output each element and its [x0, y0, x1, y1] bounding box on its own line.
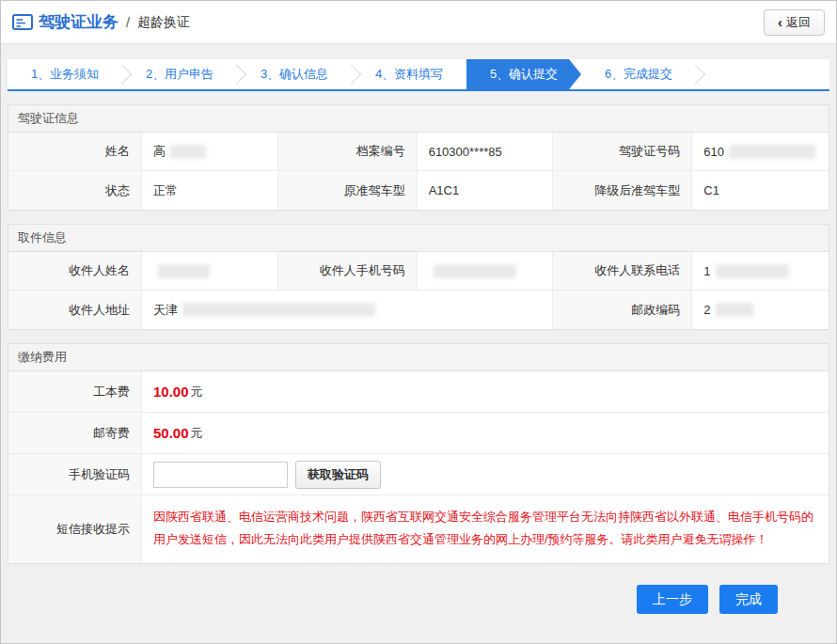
recipient-address-text: 天津 [153, 302, 178, 319]
orig-class-value: A1C1 [418, 171, 554, 210]
step-label: 3、确认信息 [261, 66, 328, 83]
redacted-text [158, 264, 210, 278]
license-no-value: 610 [692, 133, 829, 171]
step-label: 6、完成提交 [605, 66, 672, 83]
recipient-name-value [142, 252, 278, 291]
step-tab-confirm-info[interactable]: 3、确认信息 [237, 59, 352, 89]
recipient-phone-label: 收件人联系电话 [553, 252, 692, 291]
license-service-icon [12, 14, 33, 30]
fees-table: 工本费 10.00 元 邮寄费 50.00 元 手机验证码 获取验证码 短信接收… [8, 371, 829, 563]
topbar: 驾驶证业务 / 超龄换证 ‹ 返回 [1, 1, 836, 44]
step-separator-icon [686, 64, 705, 84]
license-no-text: 610 [703, 145, 724, 159]
sms-notice-label: 短信接收提示 [8, 495, 142, 563]
license-no-label: 驾驶证号码 [553, 133, 692, 171]
pickup-info-table: 收件人姓名 收件人手机号码 收件人联系电话 1 收件人地址 天津 邮政编码 2 [8, 252, 829, 329]
name-text: 高 [153, 143, 166, 160]
postage-fee-unit: 元 [191, 425, 203, 442]
postcode-value: 2 [692, 291, 829, 329]
redacted-text [170, 145, 206, 159]
step-label: 5、确认提交 [490, 66, 558, 83]
step-tab-business-notice[interactable]: 1、业务须知 [8, 59, 122, 89]
step-tab-fill-materials[interactable]: 4、资料填写 [352, 59, 466, 89]
page-subtitle: 超龄换证 [137, 14, 190, 31]
recipient-mobile-label: 收件人手机号码 [278, 252, 418, 291]
step-tab-finish-submit[interactable]: 6、完成提交 [581, 59, 696, 89]
postcode-label: 邮政编码 [553, 291, 692, 329]
recipient-phone-text: 1 [703, 264, 710, 278]
fees-section: 缴纳费用 工本费 10.00 元 邮寄费 50.00 元 手机验证码 获取验证码… [8, 343, 829, 564]
fees-section-title: 缴纳费用 [8, 344, 829, 371]
pickup-info-section: 取件信息 收件人姓名 收件人手机号码 收件人联系电话 1 收件人地址 天津 邮政… [8, 224, 829, 330]
name-value: 高 [142, 133, 278, 171]
title-divider: / [126, 15, 130, 30]
postcode-text: 2 [703, 303, 710, 317]
footer-actions: 上一步 完成 [8, 585, 829, 614]
file-no-value: 610300****85 [418, 133, 554, 171]
production-fee-unit: 元 [191, 384, 203, 401]
status-label: 状态 [8, 171, 142, 210]
production-fee-value: 10.00 元 [142, 371, 829, 413]
step-label: 4、资料填写 [375, 66, 443, 83]
sms-code-input[interactable] [153, 462, 288, 488]
postage-fee-amount: 50.00 [153, 425, 189, 441]
back-label: 返回 [786, 14, 811, 31]
step-tabs: 1、业务须知 2、用户申告 3、确认信息 4、资料填写 5、确认提交 6、完成提… [8, 59, 829, 91]
pickup-section-title: 取件信息 [8, 225, 829, 252]
recipient-phone-value: 1 [692, 252, 829, 291]
prev-step-button[interactable]: 上一步 [637, 585, 708, 614]
redacted-text [716, 264, 789, 278]
step-label: 1、业务须知 [31, 66, 99, 83]
page-title: 驾驶证业务 [39, 11, 118, 33]
recipient-address-label: 收件人地址 [8, 291, 142, 329]
recipient-address-value: 天津 [142, 291, 553, 329]
redacted-text [434, 264, 516, 278]
redacted-text [716, 303, 753, 317]
sms-code-row: 获取验证码 [142, 454, 829, 495]
sms-notice-text: 因陕西省联通、电信运营商技术问题，陕西省互联网交通安全综合服务管理平台无法向持陕… [142, 495, 829, 563]
orig-class-label: 原准驾车型 [278, 171, 418, 210]
production-fee-amount: 10.00 [153, 384, 189, 400]
name-label: 姓名 [8, 133, 142, 171]
step-tab-confirm-submit[interactable]: 5、确认提交 [466, 59, 581, 89]
license-info-table: 姓名 高 档案编号 610300****85 驾驶证号码 610 状态 正常 原… [8, 133, 829, 210]
production-fee-label: 工本费 [8, 371, 142, 413]
finish-button[interactable]: 完成 [719, 585, 778, 614]
status-value: 正常 [142, 171, 278, 210]
downgrade-class-label: 降级后准驾车型 [553, 171, 692, 210]
license-info-section: 驾驶证信息 姓名 高 档案编号 610300****85 驾驶证号码 610 状… [8, 104, 829, 211]
back-button[interactable]: ‹ 返回 [764, 9, 825, 36]
license-section-title: 驾驶证信息 [8, 105, 829, 133]
back-chevron-icon: ‹ [778, 15, 782, 29]
file-no-label: 档案编号 [278, 133, 418, 171]
recipient-name-label: 收件人姓名 [8, 252, 142, 291]
step-tab-user-declaration[interactable]: 2、用户申告 [122, 59, 237, 89]
sms-code-label: 手机验证码 [8, 454, 142, 495]
recipient-mobile-value [418, 252, 554, 291]
redacted-text [182, 303, 375, 317]
redacted-text [729, 145, 815, 159]
step-label: 2、用户申告 [146, 66, 213, 83]
postage-fee-value: 50.00 元 [142, 413, 829, 454]
postage-fee-label: 邮寄费 [8, 413, 142, 454]
get-code-button[interactable]: 获取验证码 [295, 461, 381, 489]
downgrade-class-value: C1 [692, 171, 829, 210]
